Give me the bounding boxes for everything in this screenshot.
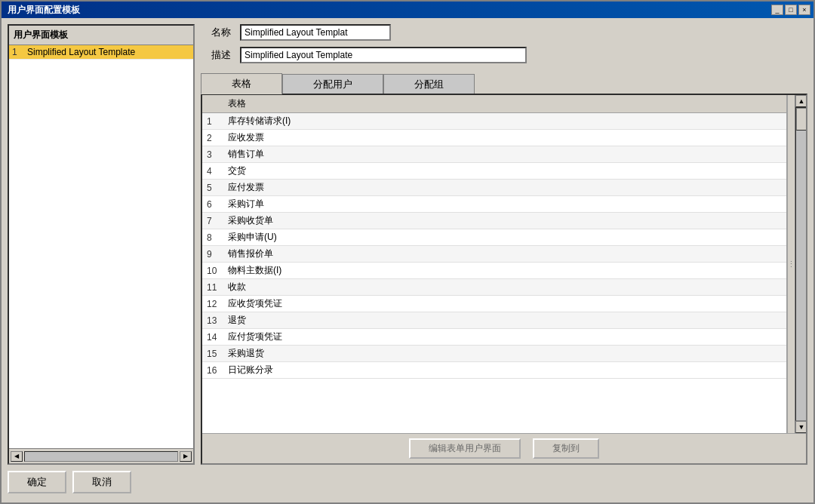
edit-form-button[interactable]: 编辑表单用户界面 bbox=[409, 438, 521, 459]
tab-assign-group[interactable]: 分配组 bbox=[383, 74, 475, 95]
table-row[interactable]: 13 退货 bbox=[202, 312, 786, 329]
maximize-button[interactable]: □ bbox=[785, 5, 797, 15]
minimize-button[interactable]: _ bbox=[771, 5, 783, 15]
left-panel: 用户界面模板 1 Simplified Layout Template ◀ ▶ bbox=[8, 24, 195, 465]
window-title: 用户界面配置模板 bbox=[5, 4, 80, 17]
body-area: 用户界面模板 1 Simplified Layout Template ◀ ▶ bbox=[8, 24, 807, 465]
window-controls: _ □ × bbox=[771, 5, 810, 15]
form-section: 名称 描述 bbox=[201, 24, 807, 66]
copy-to-button[interactable]: 复制到 bbox=[533, 438, 599, 459]
tab-content: 表格 1 库存转储请求(I) 2 应收发票 bbox=[201, 94, 807, 465]
table-header: 表格 bbox=[202, 95, 786, 113]
tab-table[interactable]: 表格 bbox=[201, 73, 282, 94]
name-row: 名称 bbox=[201, 24, 807, 41]
table-row[interactable]: 3 销售订单 bbox=[202, 146, 786, 163]
table-row[interactable]: 8 采购申请(U) bbox=[202, 229, 786, 246]
table-row[interactable]: 5 应付发票 bbox=[202, 180, 786, 196]
table-row[interactable]: 1 库存转储请求(I) bbox=[202, 113, 786, 130]
scroll-up-button[interactable]: ▲ bbox=[795, 95, 806, 107]
title-bar: 用户界面配置模板 _ □ × bbox=[2, 2, 813, 18]
table-row[interactable]: 16 日记账分录 bbox=[202, 362, 786, 379]
table-row[interactable]: 9 销售报价单 bbox=[202, 246, 786, 263]
name-label: 名称 bbox=[201, 26, 231, 39]
table-row[interactable]: 10 物料主数据(I) bbox=[202, 263, 786, 279]
scroll-thumb[interactable] bbox=[796, 108, 806, 131]
left-panel-item[interactable]: 1 Simplified Layout Template bbox=[9, 45, 193, 60]
table-row[interactable]: 2 应收发票 bbox=[202, 130, 786, 146]
table-col-header: 表格 bbox=[228, 97, 246, 110]
main-content: 用户界面模板 1 Simplified Layout Template ◀ ▶ bbox=[2, 18, 813, 502]
table-row[interactable]: 11 收款 bbox=[202, 279, 786, 296]
desc-row: 描述 bbox=[201, 47, 807, 63]
table-row[interactable]: 6 采购订单 bbox=[202, 196, 786, 213]
left-panel-header: 用户界面模板 bbox=[9, 26, 193, 45]
scroll-down-button[interactable]: ▼ bbox=[795, 421, 806, 433]
item-number: 1 bbox=[12, 47, 27, 57]
left-panel-list: 1 Simplified Layout Template bbox=[9, 45, 193, 448]
main-window: 用户界面配置模板 _ □ × 用户界面模板 1 Simplified Layou… bbox=[0, 0, 815, 504]
scroll-track[interactable] bbox=[795, 107, 806, 421]
resize-handle[interactable]: ⋮ bbox=[787, 95, 795, 433]
table-row[interactable]: 14 应付货项凭证 bbox=[202, 329, 786, 346]
right-panel: 名称 描述 表格 分配用户 分配组 bbox=[201, 24, 807, 465]
table-row[interactable]: 4 交货 bbox=[202, 163, 786, 180]
tab-assign-user[interactable]: 分配用户 bbox=[282, 74, 383, 95]
close-button[interactable]: × bbox=[798, 5, 810, 15]
table-row[interactable]: 7 采购收货单 bbox=[202, 213, 786, 229]
tab-bar: 表格 分配用户 分配组 bbox=[201, 72, 807, 94]
table-area: 表格 1 库存转储请求(I) 2 应收发票 bbox=[202, 95, 806, 433]
tab-footer: 编辑表单用户界面 复制到 bbox=[202, 433, 806, 463]
vertical-scrollbar: ▲ ▼ bbox=[795, 95, 806, 433]
item-label: Simplified Layout Template bbox=[27, 47, 135, 57]
scroll-left-button[interactable]: ◀ bbox=[11, 451, 23, 462]
table-row[interactable]: 15 采购退货 bbox=[202, 346, 786, 362]
table-row[interactable]: 12 应收货项凭证 bbox=[202, 296, 786, 312]
table-scroll-content: 表格 1 库存转储请求(I) 2 应收发票 bbox=[202, 95, 786, 433]
desc-input[interactable] bbox=[240, 47, 527, 63]
scroll-track[interactable] bbox=[24, 451, 178, 462]
cancel-button[interactable]: 取消 bbox=[72, 471, 131, 493]
horizontal-scrollbar: ◀ ▶ bbox=[9, 448, 193, 463]
name-input[interactable] bbox=[240, 24, 391, 41]
scroll-right-button[interactable]: ▶ bbox=[180, 451, 192, 462]
desc-label: 描述 bbox=[201, 48, 231, 62]
bottom-bar: 确定 取消 bbox=[8, 465, 807, 496]
confirm-button[interactable]: 确定 bbox=[8, 471, 66, 493]
tab-container: 表格 分配用户 分配组 表格 bbox=[201, 72, 807, 465]
